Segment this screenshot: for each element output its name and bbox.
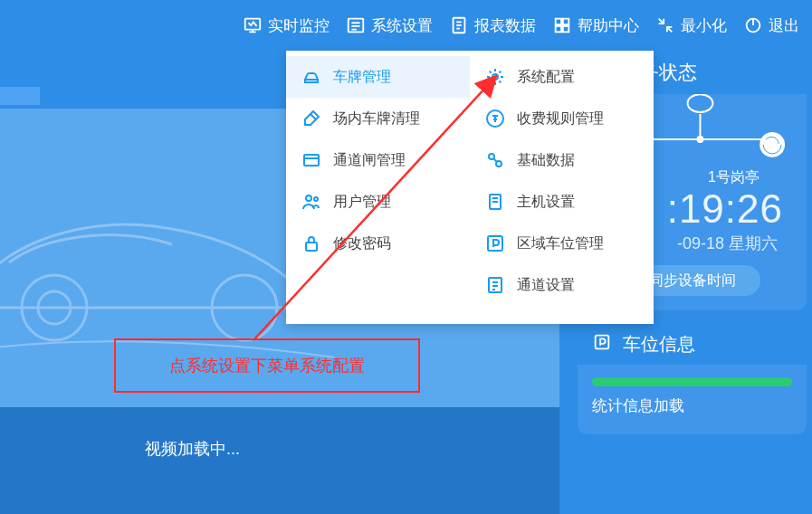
svg-point-18	[306, 195, 311, 201]
change-pwd-icon	[301, 233, 322, 254]
menu-item-label: 场内车牌清理	[333, 109, 420, 128]
menu-item-plate-clean[interactable]: 场内车牌清理	[286, 98, 470, 139]
menu-item-zone-park[interactable]: 区域车位管理	[470, 223, 654, 264]
report-icon	[449, 15, 469, 35]
svg-point-14	[697, 137, 702, 142]
dropdown-left-column: 车牌管理场内车牌清理通道闸管理用户管理修改密码	[286, 51, 470, 324]
parking-progress-fill	[592, 377, 792, 386]
svg-rect-26	[488, 236, 502, 251]
callout-text: 点系统设置下菜单系统配置	[169, 355, 365, 376]
annotation-callout: 点系统设置下菜单系统配置	[114, 338, 420, 393]
menu-item-channel-set[interactable]: 通道设置	[470, 264, 654, 306]
parking-icon	[592, 332, 612, 357]
nav-system-settings[interactable]: 系统设置	[346, 15, 433, 36]
menu-item-plate-mgmt[interactable]: 车牌管理	[286, 56, 470, 98]
svg-rect-3	[556, 19, 561, 24]
system-settings-dropdown: 车牌管理场内车牌清理通道闸管理用户管理修改密码 系统配置收费规则管理基础数据主机…	[286, 51, 654, 324]
panel-tab	[0, 87, 40, 105]
parking-panel-header: 车位信息	[578, 323, 807, 365]
svg-rect-20	[306, 243, 317, 251]
parking-progress	[592, 377, 792, 386]
menu-item-gate-mgmt[interactable]: 通道闸管理	[286, 139, 470, 181]
gate-mgmt-icon	[301, 149, 322, 171]
top-navbar: 实时监控 系统设置 报表数据 帮助中心 最小化 退出	[0, 0, 812, 51]
nav-label: 系统设置	[371, 15, 433, 36]
menu-item-label: 区域车位管理	[517, 234, 604, 253]
nav-label: 最小化	[681, 15, 727, 36]
menu-item-sys-config[interactable]: 系统配置	[470, 56, 654, 98]
svg-rect-16	[596, 335, 609, 348]
channel-set-icon	[484, 274, 506, 296]
nav-realtime-monitor[interactable]: 实时监控	[243, 15, 330, 36]
menu-item-host-set[interactable]: 主机设置	[470, 181, 654, 223]
base-data-icon	[484, 149, 506, 171]
help-grid-icon	[552, 15, 572, 35]
menu-item-label: 基础数据	[517, 151, 575, 170]
settings-list-icon	[346, 15, 366, 35]
menu-item-label: 修改密码	[333, 234, 391, 253]
parking-info-panel: 车位信息 统计信息加载	[578, 323, 807, 434]
plate-mgmt-icon	[301, 66, 322, 88]
car-outline-icon	[0, 181, 335, 362]
menu-item-label: 主机设置	[517, 193, 575, 212]
nav-help-center[interactable]: 帮助中心	[552, 15, 639, 36]
menu-item-fee-rules[interactable]: 收费规则管理	[470, 98, 654, 139]
dropdown-right-column: 系统配置收费规则管理基础数据主机设置区域车位管理通道设置	[470, 51, 654, 324]
nav-report-data[interactable]: 报表数据	[449, 15, 536, 36]
menu-item-label: 通道闸管理	[333, 151, 406, 170]
nav-label: 帮助中心	[578, 15, 639, 36]
menu-item-label: 用户管理	[333, 193, 391, 212]
menu-item-label: 收费规则管理	[517, 109, 604, 128]
power-icon	[743, 15, 763, 35]
svg-rect-5	[556, 26, 561, 32]
nav-label: 报表数据	[474, 15, 536, 36]
nav-exit[interactable]: 退出	[743, 15, 799, 36]
parking-title: 车位信息	[623, 332, 695, 357]
fee-rules-icon	[484, 108, 506, 129]
host-set-icon	[484, 191, 506, 213]
svg-point-21	[492, 74, 498, 80]
menu-item-base-data[interactable]: 基础数据	[470, 139, 654, 181]
monitor-icon	[243, 15, 263, 35]
minimize-icon	[655, 15, 675, 35]
zone-park-icon	[484, 233, 506, 254]
svg-rect-6	[563, 26, 568, 32]
svg-rect-17	[304, 155, 319, 166]
sync-btn-label: 同步设备时间	[649, 271, 736, 290]
user-mgmt-icon	[301, 191, 322, 213]
sys-config-icon	[484, 66, 506, 88]
svg-rect-4	[563, 19, 568, 24]
nav-label: 退出	[769, 15, 799, 36]
menu-item-label: 系统配置	[517, 68, 575, 87]
menu-item-change-pwd[interactable]: 修改密码	[286, 223, 470, 264]
menu-item-label: 车牌管理	[333, 68, 391, 87]
parking-stat-text: 统计信息加载	[578, 395, 807, 434]
nav-label: 实时监控	[268, 15, 330, 36]
nav-minimize[interactable]: 最小化	[655, 15, 727, 36]
video-loading-bar: 视频加载中...	[0, 407, 559, 514]
plate-clean-icon	[301, 108, 322, 129]
menu-item-label: 通道设置	[517, 276, 575, 295]
video-loading-text: 视频加载中...	[145, 438, 240, 460]
svg-point-19	[314, 197, 318, 201]
menu-item-user-mgmt[interactable]: 用户管理	[286, 181, 470, 223]
